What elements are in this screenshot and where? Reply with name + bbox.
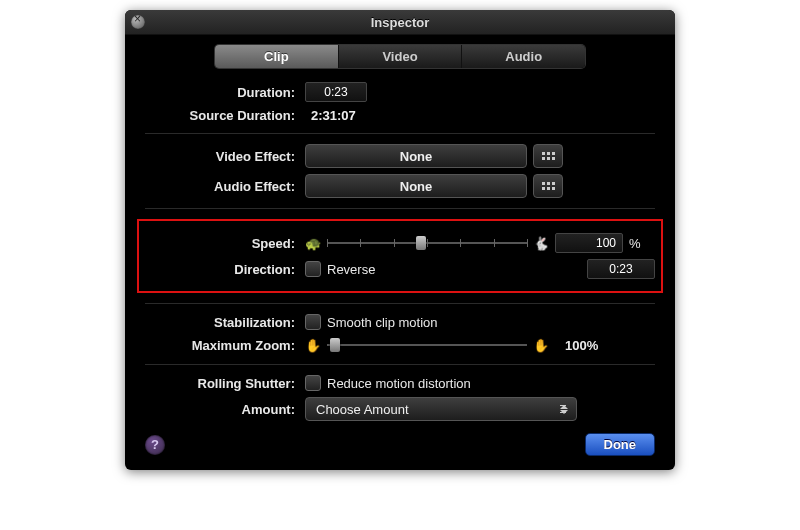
rolling-shutter-checkbox[interactable] bbox=[305, 375, 321, 391]
tab-control: Clip Video Audio bbox=[215, 45, 585, 68]
video-effect-label: Video Effect: bbox=[145, 149, 305, 164]
grid-icon bbox=[542, 152, 555, 160]
updown-icon bbox=[560, 405, 568, 414]
speed-label: Speed: bbox=[145, 236, 305, 251]
video-effect-browser-button[interactable] bbox=[533, 144, 563, 168]
speed-unit: % bbox=[629, 236, 641, 251]
divider bbox=[145, 364, 655, 365]
duration-field[interactable]: 0:23 bbox=[305, 82, 367, 102]
duration-label: Duration: bbox=[145, 85, 305, 100]
audio-effect-value: None bbox=[400, 179, 433, 194]
divider bbox=[145, 133, 655, 134]
divider bbox=[145, 208, 655, 209]
amount-value: Choose Amount bbox=[316, 402, 409, 417]
audio-effect-label: Audio Effect: bbox=[145, 179, 305, 194]
audio-effect-browser-button[interactable] bbox=[533, 174, 563, 198]
source-duration-label: Source Duration: bbox=[145, 108, 305, 123]
video-effect-value: None bbox=[400, 149, 433, 164]
direction-time-field[interactable]: 0:23 bbox=[587, 259, 655, 279]
rolling-shutter-label: Rolling Shutter: bbox=[145, 376, 305, 391]
tab-clip[interactable]: Clip bbox=[215, 45, 339, 68]
rolling-shutter-checkbox-label: Reduce motion distortion bbox=[327, 376, 471, 391]
reverse-checkbox[interactable] bbox=[305, 261, 321, 277]
stabilization-checkbox-label: Smooth clip motion bbox=[327, 315, 438, 330]
max-zoom-label: Maximum Zoom: bbox=[145, 338, 305, 353]
speed-field[interactable]: 100 bbox=[555, 233, 623, 253]
help-button[interactable]: ? bbox=[145, 435, 165, 455]
done-button[interactable]: Done bbox=[585, 433, 656, 456]
audio-effect-button[interactable]: None bbox=[305, 174, 527, 198]
inspector-window: Inspector Clip Video Audio Duration: 0:2… bbox=[125, 10, 675, 470]
speed-slider[interactable] bbox=[327, 234, 527, 252]
window-title: Inspector bbox=[125, 15, 675, 30]
hand-icon: ✋ bbox=[533, 338, 549, 353]
max-zoom-slider[interactable] bbox=[327, 336, 527, 354]
tab-video[interactable]: Video bbox=[339, 45, 463, 68]
rabbit-icon: 🐇 bbox=[533, 236, 549, 251]
amount-label: Amount: bbox=[145, 402, 305, 417]
divider bbox=[145, 303, 655, 304]
direction-label: Direction: bbox=[145, 262, 305, 277]
reverse-label: Reverse bbox=[327, 262, 587, 277]
source-duration-value: 2:31:07 bbox=[305, 108, 356, 123]
max-zoom-value: 100% bbox=[565, 338, 598, 353]
stabilization-label: Stabilization: bbox=[145, 315, 305, 330]
grid-icon bbox=[542, 182, 555, 190]
stabilization-checkbox[interactable] bbox=[305, 314, 321, 330]
speed-section-highlight: Speed: 🐢 🐇 100 bbox=[137, 219, 663, 293]
video-effect-button[interactable]: None bbox=[305, 144, 527, 168]
tab-audio[interactable]: Audio bbox=[462, 45, 585, 68]
amount-select[interactable]: Choose Amount bbox=[305, 397, 577, 421]
turtle-icon: 🐢 bbox=[305, 236, 321, 251]
titlebar: Inspector bbox=[125, 10, 675, 35]
hand-icon: ✋ bbox=[305, 338, 321, 353]
